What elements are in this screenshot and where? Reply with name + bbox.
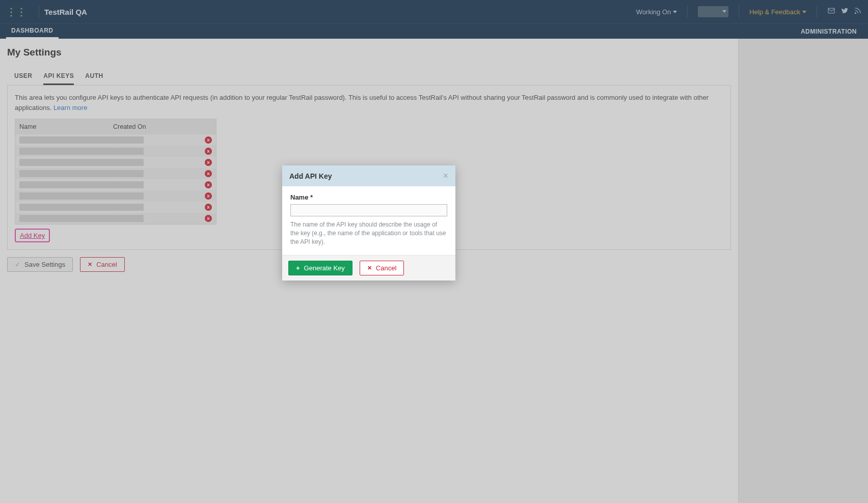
plus-icon: + <box>296 264 300 272</box>
name-label: Name * <box>290 193 447 201</box>
modal-cancel-label: Cancel <box>376 264 396 272</box>
modal-body: Name * The name of the API key should de… <box>282 186 455 255</box>
add-api-key-modal: Add API Key × Name * The name of the API… <box>282 165 455 281</box>
modal-header: Add API Key × <box>282 165 455 186</box>
x-icon: ✕ <box>367 265 372 271</box>
name-help: The name of the API key should describe … <box>290 220 447 246</box>
modal-cancel-button[interactable]: ✕ Cancel <box>360 261 404 275</box>
generate-key-button[interactable]: + Generate Key <box>288 261 352 275</box>
modal-title: Add API Key <box>289 172 332 180</box>
close-icon[interactable]: × <box>443 171 448 181</box>
name-input[interactable] <box>290 204 447 216</box>
generate-label: Generate Key <box>304 264 345 272</box>
modal-footer: + Generate Key ✕ Cancel <box>282 255 455 281</box>
